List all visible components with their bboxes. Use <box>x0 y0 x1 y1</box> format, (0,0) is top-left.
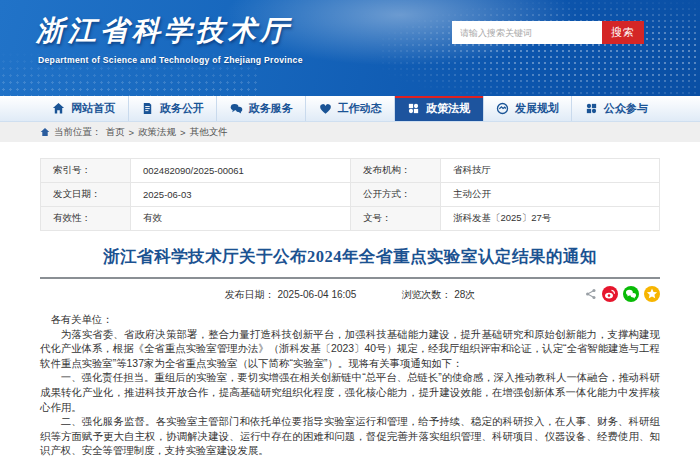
nav-label: 政务服务 <box>249 101 293 116</box>
meta-value-validity: 有效 <box>131 207 351 231</box>
article-body: 各有关单位： 为落实省委、省政府决策部署，整合力量打造科技创新平台，加强科技基础… <box>40 313 660 460</box>
title-divider <box>40 277 660 279</box>
site-search: 搜索 <box>452 21 644 44</box>
table-row: 索引号： 002482090/2025-00061 发布机构： 省科技厅 <box>41 159 660 183</box>
document-meta-table: 索引号： 002482090/2025-00061 发布机构： 省科技厅 发文日… <box>40 158 660 231</box>
nav-label: 政务公开 <box>160 101 204 116</box>
site-header: 浙江省科学技术厅 Department of Science and Techn… <box>0 0 700 96</box>
meta-value-issue-date: 2025-06-03 <box>131 183 351 207</box>
publish-date: 发布日期： 2025-06-04 16:05 <box>225 288 357 302</box>
article-paragraph: 二、强化服务监督。各实验室主管部门和依托单位要指导实验室运行和管理，给予持续、稳… <box>40 415 660 459</box>
table-row: 发文日期： 2025-06-03 公开方式： 主动公开 <box>41 183 660 207</box>
meta-label-validity: 有效性： <box>41 207 131 231</box>
seal-stamp-icon <box>407 102 420 115</box>
meta-value-document-number: 浙科发基〔2025〕27号 <box>441 207 660 231</box>
nav-item-home[interactable]: 网站首页 <box>40 96 128 121</box>
nav-label: 工作动态 <box>338 101 382 116</box>
nav-item-policies-regulations[interactable]: 政策法规 <box>394 96 483 121</box>
heart-icon <box>319 102 332 115</box>
publish-date-label: 发布日期： <box>225 289 275 300</box>
chat-bubbles-icon <box>230 102 243 115</box>
nav-item-development-planning[interactable]: 发展规划 <box>483 96 572 121</box>
article-meta-row: 发布日期： 2025-06-04 16:05 浏览次数： 28次 <box>40 286 660 304</box>
page: 浙江省科学技术厅 Department of Science and Techn… <box>0 0 700 460</box>
meta-value-issuing-agency: 省科技厅 <box>441 159 660 183</box>
nav-label: 政策法规 <box>426 101 470 116</box>
publish-date-value: 2025-06-04 16:05 <box>277 289 356 300</box>
share-qzone-icon[interactable] <box>644 286 660 302</box>
participation-seal-icon <box>585 102 598 115</box>
handshake-icon <box>496 102 509 115</box>
article-title: 浙江省科学技术厅关于公布2024年全省重点实验室认定结果的通知 <box>40 246 660 268</box>
nav-item-gov-services[interactable]: 政务服务 <box>216 96 305 121</box>
view-count-label: 浏览次数： <box>401 289 451 300</box>
article-paragraph: 一、强化责任担当。重组后的实验室，要切实增强在相关创新链中“总平台、总链长”的使… <box>40 371 660 415</box>
breadcrumb-item-policies[interactable]: 政策法规 <box>138 126 176 139</box>
breadcrumb-separator: > <box>129 127 135 138</box>
nav-label: 发展规划 <box>515 101 559 116</box>
site-title: 浙江省科学技术厅 <box>36 12 303 50</box>
breadcrumb-item-other-documents[interactable]: 其他文件 <box>190 126 228 139</box>
site-title-english: Department of Science and Technology of … <box>36 55 303 65</box>
nav-label: 公众参与 <box>604 101 648 116</box>
meta-label-index-number: 索引号： <box>41 159 131 183</box>
meta-label-issue-date: 发文日期： <box>41 183 131 207</box>
nav-label: 网站首页 <box>71 101 115 116</box>
nav-item-public-participation[interactable]: 公众参与 <box>571 96 660 121</box>
article-page: 索引号： 002482090/2025-00061 发布机构： 省科技厅 发文日… <box>0 158 700 460</box>
breadcrumb-item-home[interactable]: 首页 <box>106 126 125 139</box>
breadcrumb-separator: > <box>180 127 186 138</box>
article-salutation: 各有关单位： <box>40 313 660 328</box>
share-bar <box>585 286 660 302</box>
search-input[interactable] <box>452 21 602 44</box>
meta-value-index-number: 002482090/2025-00061 <box>131 159 351 183</box>
share-weibo-icon[interactable] <box>602 286 618 302</box>
meta-label-disclosure-method: 公开方式： <box>351 183 441 207</box>
document-icon <box>141 102 154 115</box>
breadcrumb: 当前位置： 首页 > 政策法规 > 其他文件 <box>0 122 700 142</box>
share-wechat-icon[interactable] <box>623 286 639 302</box>
meta-label-document-number: 文号： <box>351 207 441 231</box>
site-logo[interactable]: 浙江省科学技术厅 Department of Science and Techn… <box>36 12 303 65</box>
breadcrumb-location-label: 当前位置： <box>54 126 102 139</box>
nav-item-work-news[interactable]: 工作动态 <box>305 96 394 121</box>
main-nav: 网站首页 政务公开 政务服务 工作动态 政策法规 发展规划 公众参与 <box>0 96 700 122</box>
nav-item-gov-disclosure[interactable]: 政务公开 <box>128 96 217 121</box>
meta-label-issuing-agency: 发布机构： <box>351 159 441 183</box>
view-count-value: 28次 <box>454 289 475 300</box>
view-count: 浏览次数： 28次 <box>401 288 475 302</box>
share-nodes-icon[interactable] <box>585 288 597 300</box>
meta-value-disclosure-method: 主动公开 <box>441 183 660 207</box>
world-map-dots-decoration <box>380 0 700 96</box>
home-icon <box>52 102 65 115</box>
search-button[interactable]: 搜索 <box>602 21 644 44</box>
table-row: 有效性： 有效 文号： 浙科发基〔2025〕27号 <box>41 207 660 231</box>
location-home-icon <box>40 127 50 137</box>
article-paragraph: 为落实省委、省政府决策部署，整合力量打造科技创新平台，加强科技基础能力建设，提升… <box>40 328 660 372</box>
